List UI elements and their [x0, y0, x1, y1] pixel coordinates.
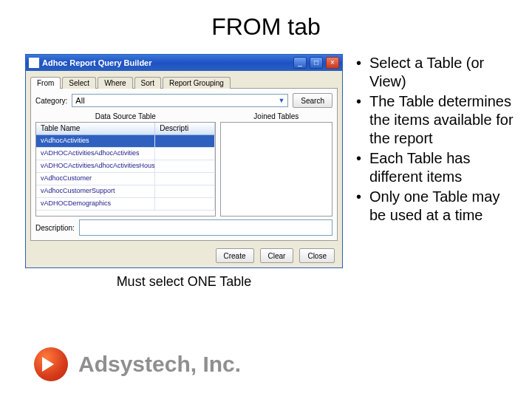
slide-title: FROM tab: [0, 13, 532, 41]
col-description: Descripti: [155, 123, 214, 135]
category-row: Category: All ▼ Search: [35, 93, 332, 108]
caption: Must select ONE Table: [25, 274, 343, 290]
query-builder-window: Adhoc Report Query Builder _ □ × From Se…: [25, 54, 343, 268]
table-row[interactable]: vAdhocCustomerSupport: [36, 185, 215, 198]
company-logo-icon: [34, 347, 68, 381]
category-label: Category:: [35, 97, 67, 105]
description-label: Description:: [35, 224, 75, 232]
table-row[interactable]: vAdhocCustomer: [36, 173, 215, 185]
close-button[interactable]: ×: [326, 57, 339, 69]
app-icon: [29, 58, 39, 68]
tab-select[interactable]: Select: [62, 77, 96, 89]
category-combo[interactable]: All ▼: [72, 94, 288, 107]
clear-button[interactable]: Clear: [260, 248, 294, 263]
content-row: Adhoc Report Query Builder _ □ × From Se…: [25, 54, 520, 268]
tab-report-grouping[interactable]: Report Grouping: [163, 77, 231, 89]
tables-grid[interactable]: Table Name Descripti vAdhocActivities vA…: [35, 122, 216, 216]
table-row[interactable]: vADHOCDemographics: [36, 198, 215, 211]
tab-sort[interactable]: Sort: [134, 77, 161, 89]
data-source-header: Data Source Table: [35, 111, 216, 122]
from-panel: Category: All ▼ Search Data Source Table…: [30, 89, 338, 241]
description-row: Description:: [35, 219, 332, 236]
columns: Data Source Table Table Name Descripti v…: [35, 111, 332, 216]
category-value: All: [75, 96, 84, 105]
col-table-name: Table Name: [36, 123, 155, 135]
data-source-column: Data Source Table Table Name Descripti v…: [35, 111, 216, 216]
chevron-down-icon: ▼: [278, 97, 284, 104]
create-button[interactable]: Create: [216, 248, 254, 263]
table-row[interactable]: vADHOCActivitiesAdhocActivities: [36, 148, 215, 160]
tab-from[interactable]: From: [30, 77, 61, 89]
joined-column: Joined Tables: [220, 111, 332, 216]
tab-where[interactable]: Where: [98, 77, 132, 89]
maximize-button[interactable]: □: [310, 57, 323, 69]
company-name: Adsystech, Inc.: [78, 352, 241, 377]
table-row[interactable]: vAdhocActivities: [36, 135, 215, 148]
minimize-button[interactable]: _: [293, 57, 307, 69]
bullet-list: Select a Table (or View) The Table deter…: [356, 54, 520, 268]
description-box[interactable]: [79, 219, 332, 236]
bullet-item: Select a Table (or View): [356, 54, 520, 91]
close-panel-button[interactable]: Close: [299, 248, 335, 263]
grid-header: Table Name Descripti: [36, 123, 215, 135]
bullet-item: Only one Table may be used at a time: [356, 188, 520, 225]
bullet-item: Each Table has different items: [356, 149, 520, 186]
joined-tables-list[interactable]: [220, 122, 332, 216]
window-titlebar: Adhoc Report Query Builder _ □ ×: [26, 55, 342, 71]
footer: Adsystech, Inc.: [34, 347, 241, 381]
window-button-bar: Create Clear Close: [26, 244, 342, 267]
bullet-item: The Table determines the items available…: [356, 92, 520, 148]
tab-strip: From Select Where Sort Report Grouping: [30, 74, 338, 89]
search-button[interactable]: Search: [293, 93, 332, 108]
joined-header: Joined Tables: [220, 111, 332, 122]
window-title: Adhoc Report Query Builder: [42, 58, 290, 67]
table-row[interactable]: vADHOCActivitiesAdhocActivitiesHouseh: [36, 160, 215, 173]
